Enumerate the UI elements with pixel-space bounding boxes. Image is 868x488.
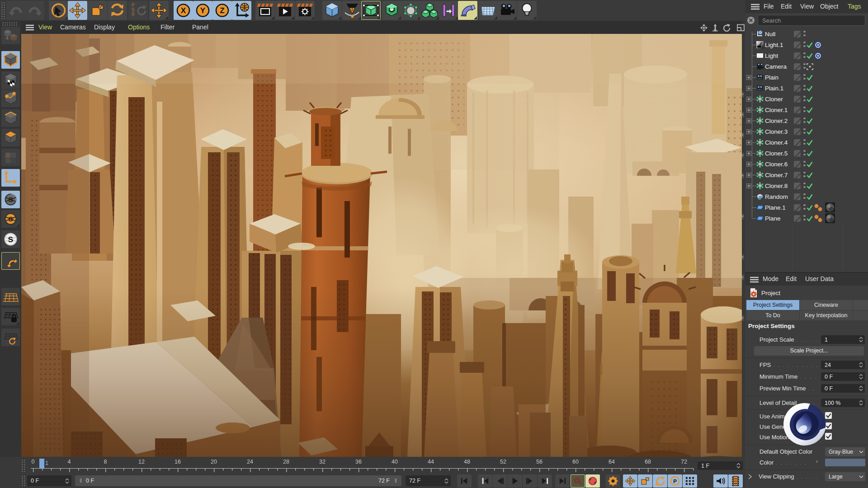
svg-text:P: P — [673, 479, 677, 484]
svg-text:S: S — [8, 215, 13, 223]
svg-text:R: R — [132, 12, 135, 17]
svg-text:S: S — [8, 196, 13, 203]
svg-text:Y: Y — [200, 6, 206, 15]
svg-text:Z: Z — [220, 6, 224, 15]
svg-text:X: X — [181, 6, 186, 15]
svg-text:S: S — [8, 235, 13, 244]
